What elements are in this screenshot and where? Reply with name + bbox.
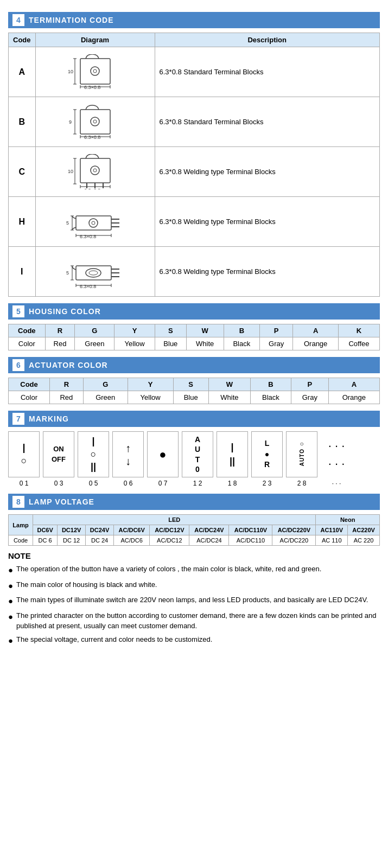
lamp-code-dc6: DC 6 xyxy=(33,535,58,546)
actuator-code-b: B xyxy=(251,378,291,391)
section5-number: 5 xyxy=(12,305,24,317)
actuator-code-row: Code R G Y S W B P A xyxy=(9,378,380,391)
table-row: A 10 xyxy=(9,47,380,97)
actuator-code-r: R xyxy=(50,378,84,391)
diagram-svg-i: 5 6.3×0.8 xyxy=(62,254,128,289)
note-text-1: The operation of the button have a varie… xyxy=(16,564,321,575)
housing-color-b: Black xyxy=(224,337,260,350)
marking-symbol-28: ○ AUTO xyxy=(298,440,306,468)
lamp-volt-dc12v: DC12V xyxy=(58,525,86,535)
note-text-2: The main color of housing is black and w… xyxy=(16,579,157,590)
marking-label-12: 1 2 xyxy=(193,480,202,487)
section6-header: 6 ACTUATOR COLOR xyxy=(8,357,380,373)
table-row: I 5 xyxy=(9,247,380,297)
section6-title: ACTUATOR COLOR xyxy=(29,361,108,369)
diagram-svg-c: 10 6.3×0.8 xyxy=(65,154,125,189)
marking-item-03: ONOFF 0 3 xyxy=(43,431,74,487)
housing-code-row: Code R G Y S W B P A K xyxy=(9,324,380,337)
svg-point-55 xyxy=(86,269,101,277)
housing-color-table: Code R G Y S W B P A K Color Red Green Y… xyxy=(8,324,380,350)
term-diagram-i: 5 6.3×0.8 xyxy=(35,247,155,297)
marking-symbol-01: | xyxy=(22,442,25,454)
svg-text:10: 10 xyxy=(68,169,73,174)
term-diagram-a: 10 6.3×0.8 xyxy=(35,47,155,97)
housing-color-k: Coffee xyxy=(339,337,380,350)
marking-label-06: 0 6 xyxy=(124,480,133,487)
lamp-code-row: Code DC 6 DC 12 DC 24 AC/DC6 AC/DC12 AC/… xyxy=(9,535,380,546)
marking-ellipsis: · · ·· · · xyxy=(321,431,352,477)
housing-code-label: Code xyxy=(9,324,46,337)
lamp-volt-acdc220v: AC/DC220V xyxy=(272,525,316,535)
svg-text:6.3×0.8: 6.3×0.8 xyxy=(84,85,100,90)
marking-box-28: ○ AUTO xyxy=(286,431,317,477)
lamp-code-ac110: AC 110 xyxy=(316,535,348,546)
marking-label-18: 1 8 xyxy=(228,480,237,487)
housing-color-s: Blue xyxy=(155,337,186,350)
term-header-code: Code xyxy=(9,33,36,47)
svg-text:6.3×0.8: 6.3×0.8 xyxy=(84,188,100,189)
svg-text:6.3×0.8: 6.3×0.8 xyxy=(80,234,96,239)
marking-label-23: 2 3 xyxy=(263,480,272,487)
section7-header: 7 MARKING xyxy=(8,411,380,427)
housing-color-w: White xyxy=(186,337,224,350)
svg-rect-4 xyxy=(80,59,110,84)
section7-title: MARKING xyxy=(29,414,69,423)
actuator-color-g: Green xyxy=(83,391,128,404)
svg-point-28 xyxy=(93,169,97,172)
note-bullet-3: ● xyxy=(8,595,13,608)
svg-point-56 xyxy=(89,271,98,275)
lamp-volt-acdc24v: AC/DC24V xyxy=(189,525,229,535)
marking-item-06: ↑↓ 0 6 xyxy=(112,431,144,487)
svg-point-17 xyxy=(93,120,97,123)
housing-color-row: Color Red Green Yellow Blue White Black … xyxy=(9,337,380,350)
marking-container: | ○ 0 1 ONOFF 0 3 |○|| 0 5 ↑↓ 0 6 ● 0 xyxy=(8,431,380,487)
lamp-code-dc12: DC 12 xyxy=(58,535,86,546)
actuator-code-p: P xyxy=(291,378,328,391)
housing-code-p: P xyxy=(260,324,293,337)
svg-point-41 xyxy=(89,219,98,227)
lamp-volt-acdc12v: AC/DC12V xyxy=(150,525,189,535)
actuator-code-y: Y xyxy=(128,378,173,391)
note-bullet-2: ● xyxy=(8,580,13,592)
marking-label-28: 2 8 xyxy=(297,480,307,487)
housing-code-y: Y xyxy=(115,324,155,337)
marking-symbol-18: ||| xyxy=(230,441,235,468)
svg-rect-40 xyxy=(76,216,111,230)
marking-box-06: ↑↓ xyxy=(112,431,144,477)
actuator-color-label: Color xyxy=(9,391,50,404)
lamp-volt-acdc6v: AC/DC6V xyxy=(114,525,150,535)
note-section: NOTE ● The operation of the button have … xyxy=(8,551,380,647)
marking-item-28: ○ AUTO 2 8 xyxy=(286,431,317,487)
housing-code-a: A xyxy=(293,324,339,337)
housing-code-k: K xyxy=(339,324,380,337)
svg-rect-54 xyxy=(76,266,111,280)
note-title: NOTE xyxy=(8,551,380,560)
termination-table: Code Diagram Description A 10 xyxy=(8,33,380,297)
housing-code-b: B xyxy=(224,324,260,337)
term-diagram-b: 9 6.3×0.8 xyxy=(35,97,155,147)
lamp-header-row: Lamp LED Neon xyxy=(9,515,380,525)
marking-item-23: L●R 2 3 xyxy=(251,431,283,487)
actuator-color-r: Red xyxy=(50,391,84,404)
actuator-color-table: Code R G Y S W B P A Color Red Green Yel… xyxy=(8,378,380,404)
housing-color-g: Green xyxy=(75,337,115,350)
marking-box-01: | ○ xyxy=(8,431,40,477)
note-text-5: The special voltage, current and color n… xyxy=(16,634,212,645)
lamp-code-label: Code xyxy=(9,535,33,546)
housing-color-label: Color xyxy=(9,337,46,350)
marking-label-07: 0 7 xyxy=(158,480,168,487)
term-desc-h: 6.3*0.8 Welding type Terminal Blocks xyxy=(155,197,380,247)
svg-point-27 xyxy=(91,166,99,175)
diagram-svg-h: 5 xyxy=(62,204,128,239)
term-code-a: A xyxy=(9,47,36,97)
section6-number: 6 xyxy=(12,359,24,371)
housing-color-y: Yellow xyxy=(115,337,155,350)
note-item-4: ● The printed character on the button ac… xyxy=(8,610,380,631)
lamp-voltage-table: Lamp LED Neon DC6V DC12V DC24V AC/DC6V A… xyxy=(8,514,380,546)
lamp-volt-ac220v: AC220V xyxy=(348,525,380,535)
marking-label-03: 0 3 xyxy=(54,480,63,487)
svg-point-5 xyxy=(91,67,99,75)
housing-code-g: G xyxy=(75,324,115,337)
housing-code-w: W xyxy=(186,324,224,337)
lamp-code-ac220: AC 220 xyxy=(348,535,380,546)
